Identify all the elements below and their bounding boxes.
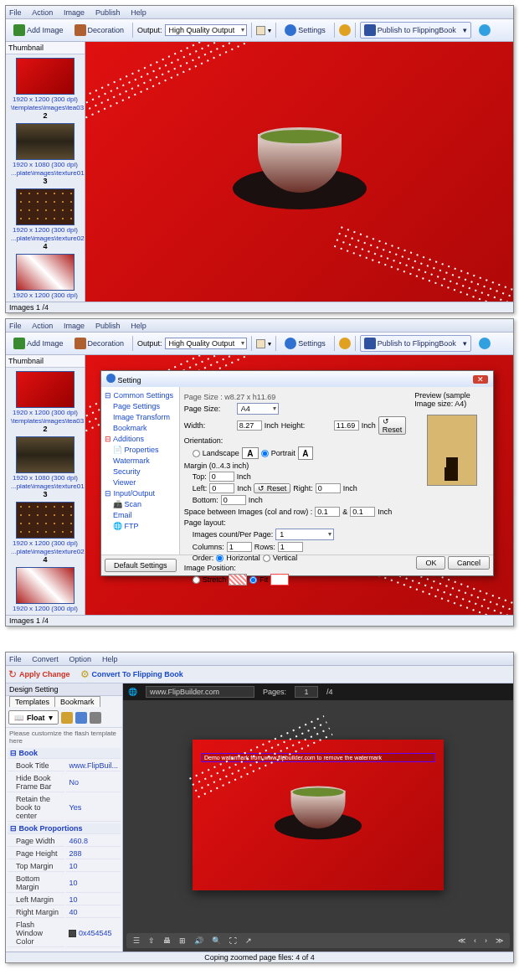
tree-email[interactable]: Email	[105, 510, 176, 521]
tree-page-settings[interactable]: Page Settings	[105, 401, 176, 412]
help-icon[interactable]	[339, 338, 351, 349]
property-value[interactable]: 460.8	[66, 836, 121, 847]
menu-image[interactable]: Image	[64, 8, 85, 17]
tree-security[interactable]: Security	[105, 467, 176, 477]
images-per-page-select[interactable]: 1	[275, 529, 334, 540]
print-icon[interactable]: 🖶	[163, 936, 171, 945]
property-value[interactable]: 0x454545	[66, 920, 121, 947]
property-value[interactable]: 10	[66, 895, 121, 905]
thumbnail-item[interactable]: 1920 x 1080 (300 dpi)...plate\images\tex…	[11, 436, 80, 498]
save-icon[interactable]	[75, 712, 87, 724]
bottom-margin-input[interactable]	[221, 495, 246, 505]
decoration-button[interactable]: Decoration	[70, 22, 129, 39]
menu-convert[interactable]: Convert	[32, 655, 59, 663]
folder-icon[interactable]	[61, 712, 73, 724]
menu-action[interactable]: Action	[32, 8, 53, 17]
cancel-button[interactable]: Cancel	[448, 556, 490, 570]
output-select[interactable]: High Quality Output	[165, 338, 248, 349]
tree-ftp[interactable]: 🌐 FTP	[105, 521, 176, 532]
publish-button[interactable]: Publish to FlippingBook▾	[360, 22, 471, 39]
stretch-radio[interactable]	[193, 576, 200, 584]
reset-button[interactable]: ↺ Reset	[378, 416, 407, 435]
landscape-radio[interactable]	[193, 450, 200, 457]
horizontal-radio[interactable]	[216, 554, 224, 562]
tree-io[interactable]: ⊟ Input/Output	[105, 488, 176, 499]
first-page-icon[interactable]: ≪	[458, 936, 465, 945]
tree-additions[interactable]: ⊟ Additions	[105, 434, 176, 445]
tree-common[interactable]: ⊟ Common Settings	[105, 390, 176, 401]
menu-help[interactable]: Help	[102, 655, 118, 663]
thumbnails-icon[interactable]: ⊞	[179, 936, 186, 945]
prev-page-icon[interactable]: ‹	[474, 936, 476, 945]
menu-file[interactable]: File	[9, 655, 22, 663]
menu-publish[interactable]: Publish	[95, 8, 121, 17]
last-page-icon[interactable]: ≫	[496, 936, 503, 945]
thumbnail-item[interactable]: 1920 x 1200 (300 dpi)...plate\images\tex…	[11, 188, 80, 250]
property-value[interactable]: 40	[66, 907, 121, 918]
rows-input[interactable]	[278, 542, 303, 552]
zoom-icon[interactable]: 🔍	[212, 936, 221, 945]
space-row-input[interactable]	[350, 507, 375, 517]
menu-option[interactable]: Option	[69, 655, 92, 663]
apply-change-button[interactable]: ↻Apply Change	[8, 668, 70, 680]
property-value[interactable]: www.FlipBuil...	[66, 761, 121, 771]
property-value[interactable]: 288	[66, 848, 121, 859]
info-icon[interactable]	[479, 24, 491, 36]
thumbnail-item[interactable]: 1920 x 1200 (300 dpi)...plate\images\tex…	[11, 567, 80, 615]
thumbnail-item[interactable]: 1920 x 1200 (300 dpi)\templates\images\t…	[11, 58, 80, 120]
thumbnail-item[interactable]: 1920 x 1080 (300 dpi)...plate\images\tex…	[11, 123, 80, 185]
settings-button[interactable]: Settings	[280, 22, 330, 39]
menu-publish[interactable]: Publish	[95, 322, 121, 330]
tree-bookmark[interactable]: Bookmark	[105, 423, 176, 434]
property-value[interactable]: No	[66, 773, 121, 792]
info-icon[interactable]	[479, 338, 491, 349]
tree-watermark[interactable]: Watermark	[105, 456, 176, 467]
space-col-input[interactable]	[315, 507, 340, 517]
menu-file[interactable]: File	[9, 322, 22, 330]
thumbnail-item[interactable]: 1920 x 1200 (300 dpi)...plate\images\tex…	[11, 254, 80, 302]
template-select[interactable]: 📖Float ▾	[8, 710, 59, 725]
vertical-radio[interactable]	[263, 554, 270, 562]
tab-bookmark[interactable]: Bookmark	[54, 696, 100, 707]
property-value[interactable]: 10	[66, 861, 121, 872]
publish-button[interactable]: Publish to FlippingBook▾	[360, 335, 471, 352]
share-icon[interactable]: ↗	[245, 936, 252, 945]
settings-button[interactable]: Settings	[280, 335, 330, 352]
menu-file[interactable]: File	[9, 8, 22, 17]
sound-icon[interactable]: 🔊	[194, 936, 203, 945]
toc-icon[interactable]: ☰	[133, 936, 140, 945]
height-input[interactable]	[334, 420, 359, 431]
menu-image[interactable]: Image	[64, 322, 85, 330]
decoration-button[interactable]: Decoration	[70, 335, 129, 352]
close-button[interactable]: ✕	[473, 375, 488, 384]
fullscreen-icon[interactable]: ⛶	[229, 936, 237, 945]
settings-icon[interactable]	[90, 712, 101, 724]
book-page[interactable]: Demo watermark from www.flipbuilder.com …	[193, 740, 444, 890]
portrait-radio[interactable]	[261, 450, 269, 457]
thumbnail-item[interactable]: 1920 x 1200 (300 dpi)...plate\images\tex…	[11, 502, 80, 564]
page-color-icon[interactable]	[256, 339, 265, 348]
next-page-icon[interactable]: ›	[485, 936, 487, 945]
tree-scan[interactable]: 📠 Scan	[105, 499, 176, 510]
convert-button[interactable]: ⚙Convert To Flipping Book	[80, 668, 183, 680]
columns-input[interactable]	[227, 542, 252, 552]
tree-properties[interactable]: 📄 Properties	[105, 445, 176, 456]
left-margin-input[interactable]	[209, 483, 234, 493]
tab-templates[interactable]: Templates	[9, 696, 55, 707]
add-image-button[interactable]: Add Image	[9, 335, 68, 352]
property-group[interactable]: ⊟ Book	[8, 748, 121, 759]
reset-margin-button[interactable]: ↺ Reset	[254, 483, 290, 493]
tree-image-transform[interactable]: Image Transform	[105, 412, 176, 423]
default-settings-button[interactable]: Default Settings	[105, 559, 177, 572]
right-margin-input[interactable]	[316, 483, 341, 493]
help-icon[interactable]	[339, 24, 351, 36]
property-value[interactable]: Yes	[66, 794, 121, 822]
ok-button[interactable]: OK	[416, 556, 445, 570]
property-value[interactable]: 10	[66, 874, 121, 893]
add-image-button[interactable]: Add Image	[9, 22, 68, 39]
thumbnail-item[interactable]: 1920 x 1200 (300 dpi)\templates\images\t…	[11, 371, 80, 433]
menu-help[interactable]: Help	[131, 8, 146, 17]
top-margin-input[interactable]	[209, 472, 234, 482]
page-input[interactable]	[295, 686, 318, 698]
page-color-icon[interactable]	[256, 26, 265, 35]
